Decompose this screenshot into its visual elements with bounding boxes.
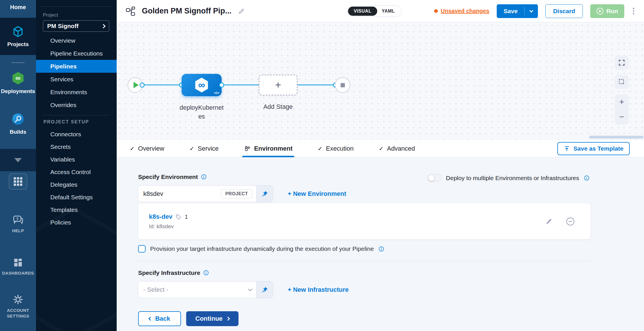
save-as-template-button[interactable]: Save as Template: [557, 142, 630, 155]
pin-button[interactable]: [256, 186, 273, 202]
nav-account-settings[interactable]: ACCOUNT SETTINGS: [0, 294, 36, 319]
nav-help[interactable]: ? HELP: [0, 214, 36, 234]
environment-input[interactable]: [138, 186, 221, 202]
back-button[interactable]: Back: [138, 311, 181, 326]
info-icon[interactable]: [584, 175, 590, 181]
stage-node-deploykubernetes[interactable]: ∞ </>: [182, 74, 222, 96]
minus-circle-icon: [566, 217, 575, 226]
tab-execution-label: Execution: [326, 145, 354, 152]
toggle-yaml[interactable]: YAML: [377, 9, 399, 14]
new-environment-link[interactable]: + New Environment: [288, 190, 346, 198]
tab-advanced-label: Advanced: [387, 145, 415, 152]
grid-icon: [14, 177, 22, 186]
account-label-line2: SETTINGS: [7, 314, 29, 318]
save-button[interactable]: Save: [497, 4, 524, 18]
info-icon[interactable]: [203, 270, 209, 276]
provision-label: Provision your target infrastructure dyn…: [150, 245, 374, 252]
connector-port[interactable]: [140, 82, 145, 88]
sidebar-item-access-control[interactable]: Access Control: [36, 166, 117, 178]
connector-port[interactable]: [219, 82, 224, 88]
new-infrastructure-link[interactable]: + New Infrastructure: [288, 286, 349, 293]
nav-builds[interactable]: Builds: [0, 112, 36, 135]
sidebar-item-variables[interactable]: Variables: [36, 153, 117, 166]
add-stage-label: Add Stage: [249, 103, 307, 111]
run-button[interactable]: Run: [590, 4, 624, 18]
stage-label: deployKubernet es: [179, 103, 224, 121]
nav-home[interactable]: Home: [0, 0, 36, 18]
tab-service[interactable]: ✓ Service: [189, 140, 218, 157]
sidebar-item-pipelines[interactable]: Pipelines: [36, 60, 117, 73]
environment-input-row: PROJECT + New Environment: [138, 186, 644, 202]
more-options-button[interactable]: [632, 7, 635, 15]
sidebar-item-pipeline-executions[interactable]: Pipeline Executions: [36, 47, 117, 60]
tab-execution[interactable]: ✓ Execution: [318, 140, 353, 157]
zoom-out-button[interactable]: −: [615, 109, 629, 124]
module-grid-button[interactable]: [9, 174, 27, 190]
project-selector[interactable]: PM Signoff: [43, 20, 109, 32]
pencil-icon: [238, 7, 245, 15]
sidebar-item-templates[interactable]: Templates: [36, 204, 117, 216]
nav-dashboards[interactable]: DASHBOARDS: [0, 257, 36, 276]
info-icon[interactable]: [378, 246, 384, 252]
toggle-visual[interactable]: VISUAL: [348, 7, 377, 16]
save-options-button[interactable]: [525, 4, 538, 18]
marquee-select-button[interactable]: [615, 75, 629, 89]
provision-checkbox[interactable]: [138, 245, 146, 253]
visual-yaml-toggle[interactable]: VISUAL YAML: [347, 5, 402, 17]
sidebar-item-environments[interactable]: Environments: [36, 86, 117, 98]
tab-overview-label: Overview: [138, 145, 164, 152]
tab-environment[interactable]: Environment: [244, 140, 293, 157]
zoom-to-fit-button[interactable]: [615, 56, 629, 70]
code-icon: </>: [214, 91, 219, 95]
continue-button[interactable]: Continue: [186, 311, 238, 326]
sidebar-item-secrets[interactable]: Secrets: [36, 141, 117, 153]
sidebar-item-overview[interactable]: Overview: [36, 34, 117, 47]
sidebar-item-connectors[interactable]: Connectors: [36, 128, 117, 141]
nav-projects[interactable]: Projects: [0, 18, 36, 55]
multi-environment-switch[interactable]: [428, 174, 441, 182]
stage-label-line2: es: [179, 112, 224, 121]
unsaved-changes[interactable]: Unsaved changes: [434, 8, 489, 14]
tab-advanced[interactable]: ✓ Advanced: [379, 140, 415, 157]
rail-collapse-strip[interactable]: [0, 149, 36, 171]
check-icon: ✓: [318, 145, 323, 152]
sidebar-item-delegates[interactable]: Delegates: [36, 178, 117, 191]
pipeline-edge: [142, 84, 182, 85]
pipeline-header: Golden PM Signoff Pip... VISUAL YAML Uns…: [117, 0, 644, 22]
projects-cube-icon: [11, 25, 25, 38]
infrastructure-select[interactable]: - Select -: [138, 281, 273, 298]
tab-overview[interactable]: ✓ Overview: [130, 140, 164, 157]
pin-button[interactable]: [256, 281, 273, 298]
environment-name-link[interactable]: k8s-dev: [149, 213, 172, 220]
discard-button[interactable]: Discard: [545, 4, 583, 18]
multi-environment-label: Deploy to multiple Environments or Infra…: [446, 175, 579, 182]
sidebar-item-services[interactable]: Services: [36, 73, 117, 86]
run-button-label: Run: [606, 8, 618, 15]
sidebar-item-default-settings[interactable]: Default Settings: [36, 191, 117, 204]
edit-title-button[interactable]: [238, 7, 245, 15]
cd-stage-icon: ∞: [193, 76, 210, 94]
zoom-in-button[interactable]: +: [615, 94, 629, 109]
chevron-down-icon: [14, 158, 22, 162]
header-actions: Unsaved changes Save Discard Run: [434, 4, 635, 18]
nav-builds-label: Builds: [10, 129, 26, 135]
pipeline-canvas[interactable]: ∞ </> + deployKubernet es Add Stage: [117, 22, 644, 140]
check-icon: ✓: [130, 145, 135, 152]
switch-knob: [428, 175, 434, 181]
save-as-template-label: Save as Template: [573, 145, 623, 152]
add-stage-button[interactable]: +: [259, 75, 297, 95]
sidebar-item-overrides[interactable]: Overrides: [36, 98, 117, 111]
sidebar-item-policies[interactable]: Policies: [36, 216, 117, 229]
sidebar-setup-menu: Connectors Secrets Variables Access Cont…: [36, 128, 117, 229]
edit-environment-button[interactable]: [545, 218, 553, 225]
nav-deployments[interactable]: ∞ Deployments: [0, 71, 36, 94]
module-rail: Home Projects ∞ Deployments: [0, 0, 36, 331]
canvas-horizontal-scrollbar[interactable]: [589, 136, 643, 139]
environment-form: Specify Environment PROJECT: [117, 157, 644, 331]
pipeline-title: Golden PM Signoff Pip...: [142, 7, 231, 15]
remove-environment-button[interactable]: [566, 217, 575, 226]
pipeline-end-node[interactable]: [335, 77, 350, 93]
environment-card-actions: [545, 217, 575, 226]
deployments-cd-icon: ∞: [11, 71, 25, 85]
info-icon[interactable]: [201, 174, 207, 180]
